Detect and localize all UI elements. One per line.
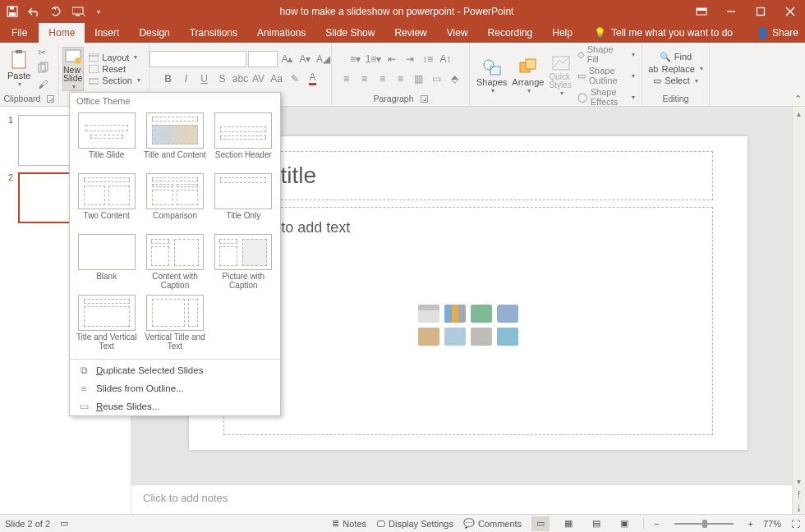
highlight-icon[interactable]: ✎ xyxy=(287,71,303,87)
arrange-button[interactable]: Arrange▾ xyxy=(512,57,544,94)
numbering-icon[interactable]: 1≡▾ xyxy=(366,51,382,67)
duplicate-slides-item[interactable]: ⧉Duplicate Selected Slides xyxy=(70,361,280,379)
layout-picture-caption[interactable]: Picture with Caption xyxy=(210,232,277,291)
align-right-icon[interactable]: ≡ xyxy=(375,71,391,87)
insert-icon-icon[interactable] xyxy=(497,328,518,346)
indent-dec-icon[interactable]: ⇤ xyxy=(384,51,400,67)
maximize-icon[interactable] xyxy=(746,0,775,23)
layout-title-only[interactable]: Title Only xyxy=(210,172,277,231)
shape-outline-button[interactable]: ▭Shape Outline▾ xyxy=(577,66,635,85)
tab-help[interactable]: Help xyxy=(542,23,582,43)
ribbon-display-options-icon[interactable] xyxy=(687,0,716,23)
close-icon[interactable] xyxy=(775,0,805,23)
increase-font-icon[interactable]: A▴ xyxy=(279,51,296,67)
prev-slide-icon[interactable]: ⭱ xyxy=(793,488,805,501)
insert-smartart-icon[interactable] xyxy=(471,305,492,323)
line-spacing-icon[interactable]: ↕≡ xyxy=(420,51,436,67)
undo-icon[interactable] xyxy=(28,7,41,16)
zoom-slider[interactable] xyxy=(674,523,734,525)
insert-video-icon[interactable] xyxy=(471,328,492,346)
tab-insert[interactable]: Insert xyxy=(85,23,129,43)
scroll-down-icon[interactable]: ▾ xyxy=(793,475,805,488)
section-button[interactable]: Section▾ xyxy=(89,76,140,85)
smartart-icon[interactable]: ⬘ xyxy=(447,71,463,87)
tab-transitions[interactable]: Transitions xyxy=(180,23,247,43)
tab-slideshow[interactable]: Slide Show xyxy=(315,23,384,43)
normal-view-icon[interactable]: ▭ xyxy=(531,516,550,531)
slides-from-outline-item[interactable]: ≡Slides from Outline... xyxy=(70,379,280,397)
columns-icon[interactable]: ▥ xyxy=(411,71,427,87)
find-button[interactable]: 🔍Find xyxy=(660,52,692,62)
reset-button[interactable]: Reset xyxy=(89,64,140,74)
zoom-out-icon[interactable]: − xyxy=(654,519,659,529)
notes-toggle[interactable]: ≣Notes xyxy=(332,518,366,529)
spacing-icon[interactable]: AV xyxy=(251,71,267,87)
fit-to-window-icon[interactable]: ⛶ xyxy=(791,519,800,529)
tab-home[interactable]: Home xyxy=(39,23,85,43)
vertical-scrollbar[interactable]: ▴ ▾ ⭱ ⭳ xyxy=(792,107,805,514)
font-size-combo[interactable] xyxy=(248,51,278,67)
insert-3dmodel-icon[interactable] xyxy=(497,305,518,323)
paste-button[interactable]: Paste ▾ xyxy=(3,49,34,88)
insert-online-picture-icon[interactable] xyxy=(444,328,466,346)
layout-content-caption[interactable]: Content with Caption xyxy=(141,232,208,291)
scroll-up-icon[interactable]: ▴ xyxy=(793,107,805,120)
shadow-icon[interactable]: abс xyxy=(232,71,249,87)
layout-blank[interactable]: Blank xyxy=(73,232,140,291)
copy-icon[interactable] xyxy=(38,62,49,76)
tab-review[interactable]: Review xyxy=(384,23,436,43)
display-settings[interactable]: 🖵Display Settings xyxy=(376,519,453,529)
bold-icon[interactable]: B xyxy=(160,71,177,87)
startfrom-icon[interactable] xyxy=(72,7,85,16)
tab-view[interactable]: View xyxy=(437,23,478,43)
clear-format-icon[interactable]: A◢ xyxy=(315,51,332,67)
layout-button[interactable]: Layout▾ xyxy=(89,53,140,62)
reuse-slides-item[interactable]: ▭Reuse Slides... xyxy=(70,397,280,415)
qat-more-icon[interactable]: ▾ xyxy=(97,8,100,16)
save-icon[interactable] xyxy=(7,6,18,17)
redo-icon[interactable] xyxy=(51,7,62,16)
justify-icon[interactable]: ≡ xyxy=(393,71,409,87)
format-painter-icon[interactable]: 🖌 xyxy=(38,79,49,90)
zoom-in-icon[interactable]: + xyxy=(748,519,753,529)
tab-recording[interactable]: Recording xyxy=(478,23,543,43)
accessibility-icon[interactable]: ▭ xyxy=(60,518,68,529)
italic-icon[interactable]: I xyxy=(178,71,195,87)
reading-view-icon[interactable]: ▤ xyxy=(587,516,605,531)
align-text-icon[interactable]: ▭ xyxy=(429,71,445,87)
clipboard-dialog-icon[interactable] xyxy=(47,95,54,103)
share-button[interactable]: 👤 Share xyxy=(757,23,798,43)
layout-comparison[interactable]: Comparison xyxy=(141,172,208,231)
shape-fill-button[interactable]: ◇Shape Fill▾ xyxy=(577,44,635,64)
slideshow-view-icon[interactable]: ▣ xyxy=(615,516,633,531)
case-icon[interactable]: Aa xyxy=(269,71,285,87)
zoom-level[interactable]: 77% xyxy=(763,519,781,529)
select-button[interactable]: ▭Select▾ xyxy=(653,76,698,86)
layout-vertical-title-text[interactable]: Vertical Title and Text xyxy=(141,293,208,352)
font-color-icon[interactable]: A xyxy=(305,71,321,87)
indent-inc-icon[interactable]: ⇥ xyxy=(402,51,418,67)
shape-effects-button[interactable]: ◯Shape Effects▾ xyxy=(577,87,635,107)
tell-me[interactable]: 💡 Tell me what you want to do xyxy=(594,23,733,43)
collapse-ribbon-icon[interactable]: ⌃ xyxy=(794,94,802,104)
cut-icon[interactable]: ✂ xyxy=(38,47,49,58)
layout-section-header[interactable]: Section Header xyxy=(210,111,277,170)
sorter-view-icon[interactable]: ▦ xyxy=(559,516,577,531)
bullets-icon[interactable]: ≡▾ xyxy=(347,51,364,67)
layout-title-vertical-text[interactable]: Title and Vertical Text xyxy=(73,293,140,352)
replace-button[interactable]: abReplace▾ xyxy=(648,64,703,74)
shapes-button[interactable]: Shapes▾ xyxy=(476,57,507,94)
minimize-icon[interactable] xyxy=(716,0,746,23)
comments-toggle[interactable]: 💬Comments xyxy=(463,518,522,529)
layout-title-slide[interactable]: Title Slide xyxy=(73,111,140,170)
title-placeholder[interactable]: add title xyxy=(223,151,713,200)
align-left-icon[interactable]: ≡ xyxy=(338,71,355,87)
underline-icon[interactable]: U xyxy=(196,71,213,87)
strike-icon[interactable]: S xyxy=(214,71,231,87)
insert-table-icon[interactable] xyxy=(418,305,439,323)
insert-picture-icon[interactable] xyxy=(418,328,439,346)
new-slide-button[interactable]: New Slide ▾ xyxy=(62,47,84,91)
decrease-font-icon[interactable]: A▾ xyxy=(297,51,314,67)
tab-file[interactable]: File xyxy=(0,23,39,43)
next-slide-icon[interactable]: ⭳ xyxy=(793,501,805,514)
